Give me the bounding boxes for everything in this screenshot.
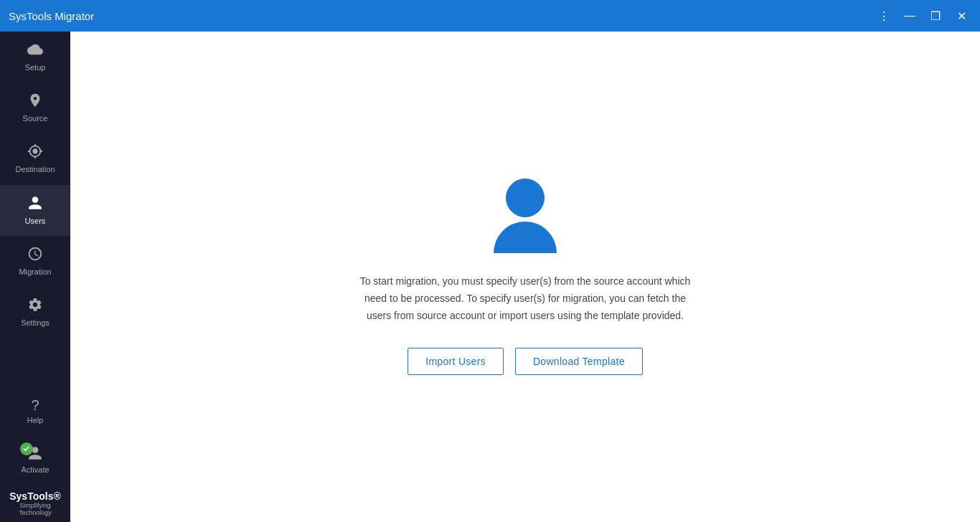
gear-icon — [27, 297, 43, 315]
person-check-icon — [27, 454, 43, 462]
sidebar-help-label: Help — [27, 416, 44, 425]
title-bar: SysTools Migrator ⋮ — ❐ ✕ — [0, 0, 980, 32]
menu-button[interactable]: ⋮ — [874, 6, 894, 26]
person-icon — [27, 195, 43, 213]
app-title: SysTools Migrator — [9, 10, 94, 22]
window-controls: ⋮ — ❐ ✕ — [874, 6, 971, 26]
clock-icon — [27, 246, 43, 264]
sidebar-item-activate[interactable]: Activate — [0, 435, 70, 485]
cloud-icon — [27, 42, 43, 60]
activate-check-icon — [20, 442, 33, 455]
sidebar-setup-label: Setup — [25, 63, 46, 72]
minimize-button[interactable]: — — [900, 6, 920, 26]
description-text: To start migration, you must specify use… — [353, 273, 697, 324]
brand-logo: SysTools® Simplifying Technology — [0, 485, 70, 522]
target-icon — [27, 143, 43, 161]
sidebar: Setup Source Destination Users — [0, 32, 70, 522]
action-buttons: Import Users Download Template — [407, 348, 643, 375]
location-icon — [27, 92, 43, 110]
brand-name: SysTools® — [6, 490, 65, 502]
sidebar-source-label: Source — [23, 114, 48, 123]
sidebar-activate-label: Activate — [21, 465, 49, 475]
user-body-icon — [494, 222, 557, 253]
sidebar-settings-label: Settings — [21, 318, 50, 328]
user-icon-area — [494, 179, 557, 253]
sidebar-item-setup[interactable]: Setup — [0, 32, 70, 82]
sidebar-users-label: Users — [25, 217, 46, 226]
user-figure — [494, 179, 557, 253]
import-users-button[interactable]: Import Users — [407, 348, 504, 375]
app-body: Setup Source Destination Users — [0, 32, 980, 522]
sidebar-item-help[interactable]: ? Help — [0, 388, 70, 435]
brand-tagline: Simplifying Technology — [6, 502, 65, 516]
question-icon: ? — [31, 398, 39, 412]
sidebar-destination-label: Destination — [15, 165, 55, 174]
sidebar-item-destination[interactable]: Destination — [0, 133, 70, 184]
download-template-button[interactable]: Download Template — [515, 348, 643, 375]
close-button[interactable]: ✕ — [951, 6, 971, 26]
sidebar-item-source[interactable]: Source — [0, 82, 70, 133]
sidebar-item-migration[interactable]: Migration — [0, 236, 70, 287]
sidebar-item-settings[interactable]: Settings — [0, 287, 70, 338]
sidebar-item-users[interactable]: Users — [0, 185, 70, 236]
user-head-icon — [506, 179, 545, 217]
maximize-button[interactable]: ❐ — [925, 6, 946, 26]
main-content: To start migration, you must specify use… — [70, 32, 980, 522]
sidebar-migration-label: Migration — [19, 267, 51, 277]
